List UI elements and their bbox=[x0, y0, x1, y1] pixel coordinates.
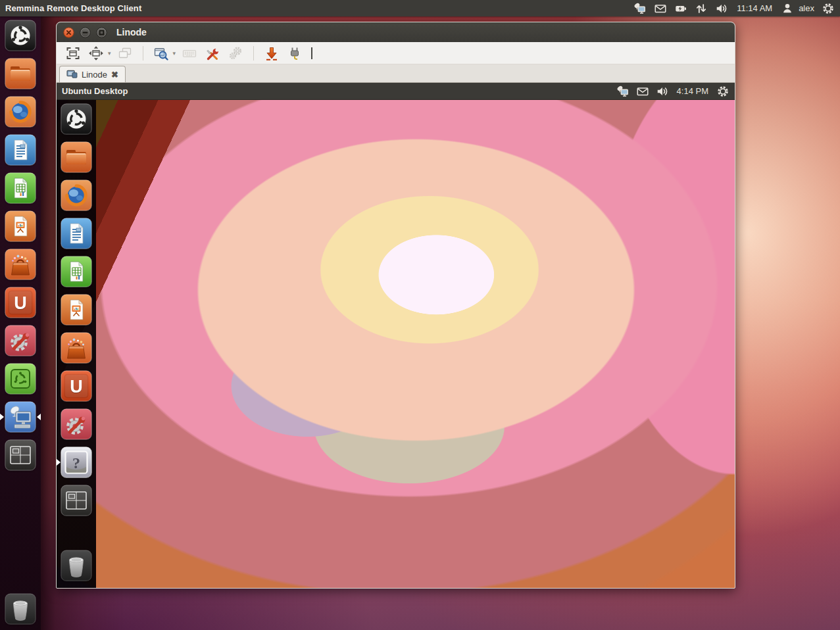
launcher-item-libreoffice-writer[interactable] bbox=[61, 218, 92, 249]
launcher-item-unknown-application[interactable] bbox=[61, 447, 92, 478]
host-clock[interactable]: 11:14 AM bbox=[737, 3, 772, 13]
host-panel-title: Remmina Remote Desktop Client bbox=[5, 3, 141, 13]
disconnect-button[interactable] bbox=[285, 44, 305, 62]
advanced-tools-button bbox=[226, 44, 245, 62]
launcher-row-trash bbox=[0, 593, 41, 625]
launcher-item-home-folder[interactable] bbox=[5, 58, 36, 89]
window-controls bbox=[63, 27, 107, 38]
remote-volume-icon[interactable] bbox=[656, 85, 669, 98]
sync-arrows-icon[interactable] bbox=[695, 2, 708, 15]
launcher-item-libreoffice-writer[interactable] bbox=[5, 134, 36, 166]
tab-label: Linode bbox=[82, 70, 107, 80]
user-icon[interactable] bbox=[781, 2, 794, 15]
launcher-item-ubuntu-one[interactable] bbox=[61, 370, 92, 402]
launcher-row-libreoffice-impress bbox=[57, 294, 96, 326]
launcher-row-system-settings bbox=[57, 408, 96, 440]
toolbar-separator bbox=[143, 46, 143, 61]
launcher-item-home-folder[interactable] bbox=[61, 141, 92, 173]
launcher-row-ubuntu-one bbox=[57, 370, 96, 402]
launcher-item-trash[interactable] bbox=[5, 593, 36, 625]
remmina-icon bbox=[5, 401, 36, 433]
host-tray-icons bbox=[633, 2, 728, 15]
launcher-row-libreoffice-writer bbox=[57, 218, 96, 249]
launcher-item-libreoffice-calc[interactable] bbox=[61, 256, 92, 287]
remote-clock[interactable]: 4:14 PM bbox=[677, 86, 708, 96]
launcher-row-workspace-switcher bbox=[57, 485, 96, 516]
launcher-item-firefox[interactable] bbox=[5, 96, 36, 128]
remote-tray-icons bbox=[616, 85, 669, 98]
running-indicator-arrow bbox=[57, 459, 61, 466]
gears-icon bbox=[228, 45, 243, 61]
workspace-switcher-icon bbox=[61, 485, 92, 516]
battery-indicator-icon[interactable] bbox=[674, 2, 687, 15]
launcher-item-software-updater[interactable] bbox=[5, 363, 36, 395]
remote-desktop-view[interactable]: Ubuntu Desktop 4:14 PM bbox=[57, 83, 735, 588]
launcher-item-trash[interactable] bbox=[61, 550, 92, 581]
fit-icon bbox=[88, 45, 104, 61]
system-settings-icon bbox=[61, 408, 92, 440]
window-toolbar: ▾▾ bbox=[57, 42, 735, 64]
launcher-row-workspace-switcher bbox=[0, 439, 41, 471]
remote-remmina-indicator-icon[interactable] bbox=[616, 85, 630, 98]
launcher-item-workspace-switcher[interactable] bbox=[5, 439, 36, 471]
toggle-fullscreen-button[interactable] bbox=[63, 44, 83, 62]
launcher-row-firefox bbox=[0, 96, 41, 128]
launcher-row-dash-home bbox=[57, 103, 96, 135]
volume-icon[interactable] bbox=[715, 2, 728, 15]
scaled-mode-button-dropdown[interactable]: ▾ bbox=[173, 50, 176, 57]
launcher-item-system-settings[interactable] bbox=[5, 325, 36, 356]
launcher-item-libreoffice-calc[interactable] bbox=[5, 172, 36, 204]
launcher-item-ubuntu-one[interactable] bbox=[5, 287, 36, 318]
launcher-row-libreoffice-writer bbox=[0, 134, 41, 166]
dash-home-icon bbox=[61, 103, 92, 135]
launcher-row-libreoffice-calc bbox=[57, 256, 96, 287]
ubuntu-software-center-icon bbox=[5, 249, 36, 280]
launcher-item-workspace-switcher[interactable] bbox=[61, 485, 92, 516]
launcher-item-firefox[interactable] bbox=[61, 180, 92, 211]
remmina-indicator-icon[interactable] bbox=[633, 2, 647, 15]
window-title: Linode bbox=[116, 27, 147, 37]
fit-window-button[interactable] bbox=[86, 44, 106, 62]
scaled-icon bbox=[153, 45, 169, 61]
running-indicator-arrow bbox=[0, 414, 4, 420]
minimize-button[interactable] bbox=[80, 27, 91, 38]
remote-mail-indicator-icon[interactable] bbox=[636, 85, 649, 98]
launcher-item-libreoffice-impress[interactable] bbox=[61, 294, 92, 326]
launcher-item-dash-home[interactable] bbox=[5, 20, 36, 51]
launcher-item-system-settings[interactable] bbox=[61, 408, 92, 440]
tools-icon bbox=[205, 45, 220, 61]
minimize-window-button[interactable] bbox=[262, 44, 282, 62]
plug-icon bbox=[287, 45, 303, 61]
tab-close-icon[interactable]: ✖ bbox=[111, 70, 118, 80]
libreoffice-calc-icon bbox=[61, 256, 92, 287]
fit-window-button-dropdown[interactable]: ▾ bbox=[108, 50, 111, 57]
launcher-row-trash bbox=[57, 550, 96, 581]
scaled-mode-button[interactable] bbox=[151, 44, 171, 62]
launcher-item-dash-home[interactable] bbox=[61, 103, 92, 135]
maximize-button[interactable] bbox=[96, 27, 107, 38]
trash-icon bbox=[61, 550, 92, 581]
session-gear-icon[interactable] bbox=[822, 2, 835, 15]
close-button[interactable] bbox=[63, 27, 74, 38]
home-folder-icon bbox=[61, 141, 92, 173]
launcher-item-remmina[interactable] bbox=[5, 401, 36, 433]
remote-panel-title: Ubuntu Desktop bbox=[62, 86, 128, 96]
remote-session-gear-icon[interactable] bbox=[716, 85, 729, 98]
mail-indicator-icon[interactable] bbox=[654, 2, 667, 15]
launcher-item-ubuntu-software-center[interactable] bbox=[61, 332, 92, 364]
duplicate-icon bbox=[117, 45, 133, 61]
preferences-button[interactable] bbox=[203, 44, 222, 62]
remote-launcher bbox=[57, 100, 96, 588]
launcher-row-dash-home bbox=[0, 20, 41, 51]
remote-tray: 4:14 PM bbox=[616, 85, 729, 98]
launcher-item-ubuntu-software-center[interactable] bbox=[5, 249, 36, 280]
workspace-switcher-icon bbox=[5, 439, 36, 471]
duplicate-connection-button bbox=[115, 44, 135, 62]
fullscreen-icon bbox=[65, 45, 81, 61]
launcher-row-ubuntu-software-center bbox=[57, 332, 96, 364]
launcher-item-libreoffice-impress[interactable] bbox=[5, 210, 36, 242]
host-username[interactable]: alex bbox=[799, 3, 814, 13]
libreoffice-writer-icon bbox=[5, 134, 36, 166]
window-titlebar[interactable]: Linode bbox=[57, 22, 735, 42]
tab-linode[interactable]: Linode ✖ bbox=[59, 66, 126, 82]
